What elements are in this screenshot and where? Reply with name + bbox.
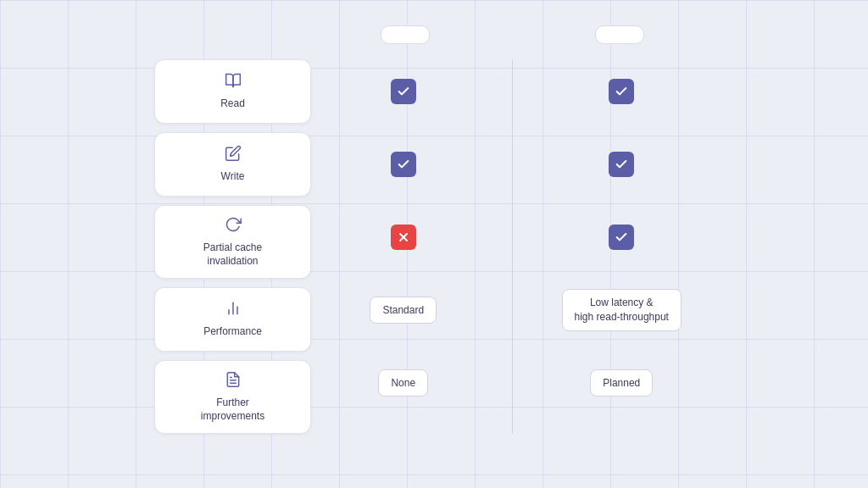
old-cell-write [311,132,496,197]
old-endpoint-column: StandardNone [311,59,496,434]
new-cell-read [530,59,715,124]
vertical-divider [512,59,514,434]
new-text-further-improvements: Planned [590,369,653,397]
further-improvements-label: Further improvements [201,396,264,423]
old-text-further-improvements: None [378,369,428,397]
new-check-partial-cache [609,225,634,250]
new-cell-partial-cache [530,205,715,269]
new-check-write [609,152,634,177]
main-container: ReadWritePartial cache invalidationPerfo… [0,0,868,488]
new-endpoint-badge [595,25,644,44]
old-check-write [391,152,416,177]
old-cell-partial-cache [311,205,496,269]
content-row: ReadWritePartial cache invalidationPerfo… [154,59,714,434]
old-cell-further-improvements: None [311,351,496,415]
center-divider-column [496,59,530,434]
old-cell-performance: Standard [311,278,496,342]
feature-column: ReadWritePartial cache invalidationPerfo… [154,59,311,434]
new-text-performance: Low latency & high read-throughput [562,289,682,331]
partial-cache-label: Partial cache invalidation [203,241,262,268]
new-cell-write [530,132,715,197]
feature-card-read: Read [154,59,311,124]
feature-card-further-improvements: Further improvements [154,360,311,434]
read-label: Read [220,97,245,111]
new-endpoint-column: Low latency & high read-throughputPlanne… [530,59,715,434]
partial-cache-icon [225,216,242,237]
new-cell-performance: Low latency & high read-throughput [530,278,715,342]
further-improvements-icon [225,371,242,392]
performance-icon [225,300,242,321]
old-cell-read [311,59,496,124]
new-endpoint-header-cell [526,25,715,44]
read-icon [225,72,242,93]
old-endpoint-header-cell [311,25,500,44]
feature-card-performance: Performance [154,287,311,352]
performance-label: Performance [203,325,262,339]
feature-card-partial-cache: Partial cache invalidation [154,205,311,279]
write-label: Write [221,170,245,184]
feature-card-write: Write [154,132,311,197]
new-cell-further-improvements: Planned [530,351,715,415]
old-check-read [391,79,416,104]
old-text-performance: Standard [370,297,437,324]
write-icon [225,145,242,166]
old-endpoint-badge [381,25,430,44]
new-check-read [609,79,634,104]
old-cross-partial-cache [391,225,416,250]
header-row [154,25,714,44]
